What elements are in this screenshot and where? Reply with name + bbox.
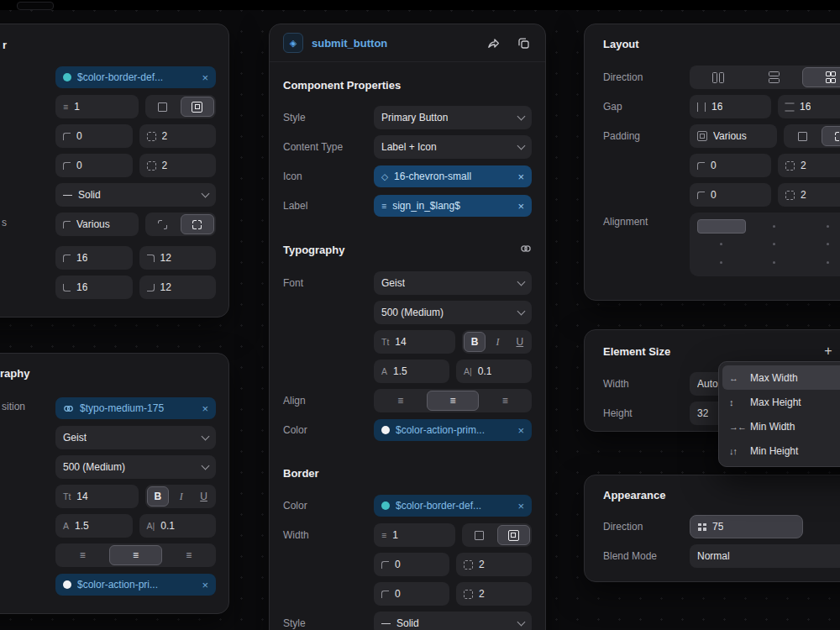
border-style-dropdown[interactable]: Solid <box>374 612 532 630</box>
menu-item-max-width[interactable]: ↔ Max Width <box>722 365 840 390</box>
direction-rows-option[interactable] <box>747 67 801 87</box>
align-center-option[interactable]: ≡ <box>109 545 161 565</box>
font-size-input[interactable]: Tt 14 <box>374 330 455 354</box>
direction-columns-option[interactable] <box>691 67 745 87</box>
gap-vertical-input[interactable]: 16 <box>778 95 840 118</box>
underline-option[interactable]: U <box>510 332 530 352</box>
opacity-input[interactable]: 75 <box>690 515 803 538</box>
alignment-dot[interactable] <box>827 225 829 228</box>
panel-title: Layout <box>603 38 840 50</box>
remove-token-icon[interactable]: × <box>202 580 208 591</box>
uniform-corners-option[interactable] <box>147 214 179 234</box>
corner-radius-mode-input[interactable]: Various <box>55 213 139 236</box>
bold-option[interactable]: B <box>147 486 170 507</box>
letter-spacing-input[interactable]: A| 0.1 <box>139 514 217 538</box>
grid-icon <box>826 71 834 83</box>
padding-value-input[interactable]: 2 <box>778 154 840 177</box>
padding-mode-toggle <box>784 124 840 148</box>
stroke-outside-option[interactable] <box>464 525 496 545</box>
corner-radius-input[interactable]: 12 <box>139 246 217 270</box>
menu-item-max-height[interactable]: ↕ Max Height <box>722 390 840 414</box>
padding-value-input[interactable]: 2 <box>778 183 840 207</box>
inset-input[interactable]: 2 <box>139 124 217 148</box>
letter-spacing-input[interactable]: A| 0.1 <box>456 360 532 383</box>
font-family-dropdown[interactable]: Geist <box>374 271 532 295</box>
typography-token-chip[interactable]: $typo-medium-175 × <box>55 397 216 419</box>
individual-corners-option[interactable] <box>181 214 214 234</box>
inset-input[interactable]: 0 <box>55 124 133 148</box>
align-left-option[interactable]: ≡ <box>57 545 108 565</box>
inset-input[interactable]: 2 <box>456 582 532 606</box>
alignment-dot[interactable] <box>720 243 722 245</box>
font-size-input[interactable]: Tt 14 <box>55 485 139 508</box>
square-inset-icon <box>508 530 519 541</box>
icon-token-chip[interactable]: ◇ 16-chevron-small × <box>374 165 532 187</box>
padding-value-input[interactable]: 0 <box>690 183 771 207</box>
border-width-input[interactable]: ≡ 1 <box>374 523 455 547</box>
font-family-dropdown[interactable]: Geist <box>55 426 216 449</box>
line-weight-icon: ≡ <box>63 102 68 112</box>
alignment-selected-pill[interactable] <box>697 219 746 234</box>
remove-token-icon[interactable]: × <box>517 501 524 512</box>
blend-mode-dropdown[interactable]: Normal <box>690 544 840 568</box>
stroke-inside-option[interactable] <box>497 525 531 545</box>
inset-input[interactable]: 0 <box>55 154 133 177</box>
align-center-option[interactable]: ≡ <box>427 391 478 411</box>
line-height-input[interactable]: A 1.5 <box>374 360 449 383</box>
menu-item-min-height[interactable]: ↓↑ Min Height <box>722 438 840 463</box>
italic-option[interactable]: I <box>487 332 507 352</box>
text-color-token-chip[interactable]: $color-action-prim... × <box>374 419 532 441</box>
border-style-dropdown[interactable]: Solid <box>55 183 216 207</box>
border-color-token-chip[interactable]: $color-border-def... × <box>55 66 216 88</box>
label-token-chip[interactable]: ≡ sign_in_$lang$ × <box>374 195 532 217</box>
alignment-dot[interactable] <box>827 243 829 245</box>
padding-value-input[interactable]: 0 <box>690 154 771 177</box>
alignment-grid[interactable] <box>690 213 840 276</box>
alignment-dot[interactable] <box>773 261 775 264</box>
bold-option[interactable]: B <box>464 332 486 352</box>
remove-token-icon[interactable]: × <box>517 171 524 182</box>
inset-input[interactable]: 0 <box>374 582 449 606</box>
border-width-input[interactable]: ≡ 1 <box>55 95 139 118</box>
styles-icon[interactable] <box>520 243 532 257</box>
row-label: Align <box>283 395 367 407</box>
align-left-option[interactable]: ≡ <box>375 391 425 411</box>
add-constraint-button[interactable]: + <box>819 342 837 360</box>
alignment-dot[interactable] <box>827 261 829 264</box>
component-style-dropdown[interactable]: Primary Button <box>374 106 532 129</box>
line-height-input[interactable]: A 1.5 <box>55 514 133 538</box>
stroke-inside-option[interactable] <box>181 97 214 117</box>
alignment-dot[interactable] <box>773 225 775 228</box>
border-color-token-chip[interactable]: $color-border-def... × <box>374 495 532 517</box>
share-button[interactable] <box>485 34 501 51</box>
alignment-dot[interactable] <box>773 243 775 245</box>
alignment-dot[interactable] <box>720 261 722 264</box>
remove-token-icon[interactable]: × <box>202 72 208 83</box>
remove-token-icon[interactable]: × <box>517 201 524 212</box>
individual-padding-option[interactable] <box>822 126 840 146</box>
content-type-dropdown[interactable]: Label + Icon <box>374 135 532 159</box>
inset-input[interactable]: 0 <box>374 553 449 576</box>
inset-input[interactable]: 2 <box>456 553 532 576</box>
font-weight-dropdown[interactable]: 500 (Medium) <box>374 301 532 324</box>
menu-item-min-width[interactable]: →← Min Width <box>722 414 840 438</box>
align-right-option[interactable]: ≡ <box>164 545 214 565</box>
italic-option[interactable]: I <box>171 486 192 507</box>
underline-option[interactable]: U <box>193 486 214 507</box>
font-weight-dropdown[interactable]: 500 (Medium) <box>55 455 216 479</box>
stroke-outside-option[interactable] <box>147 97 179 117</box>
corner-radius-input[interactable]: 16 <box>55 246 133 270</box>
duplicate-button[interactable] <box>515 34 532 51</box>
text-color-token-chip[interactable]: $color-action-pri... × <box>55 574 216 596</box>
align-right-option[interactable]: ≡ <box>480 391 530 411</box>
gap-horizontal-input[interactable]: 16 <box>690 95 771 118</box>
direction-grid-option[interactable] <box>802 67 840 87</box>
padding-input[interactable]: Various <box>690 124 777 148</box>
remove-token-icon[interactable]: × <box>517 425 524 436</box>
uniform-padding-option[interactable] <box>785 126 820 146</box>
corner-radius-input[interactable]: 12 <box>139 276 217 299</box>
inset-input[interactable]: 2 <box>139 154 217 177</box>
corner-radius-input[interactable]: 16 <box>55 276 133 299</box>
remove-token-icon[interactable]: × <box>202 403 208 414</box>
color-swatch-icon <box>63 580 71 589</box>
